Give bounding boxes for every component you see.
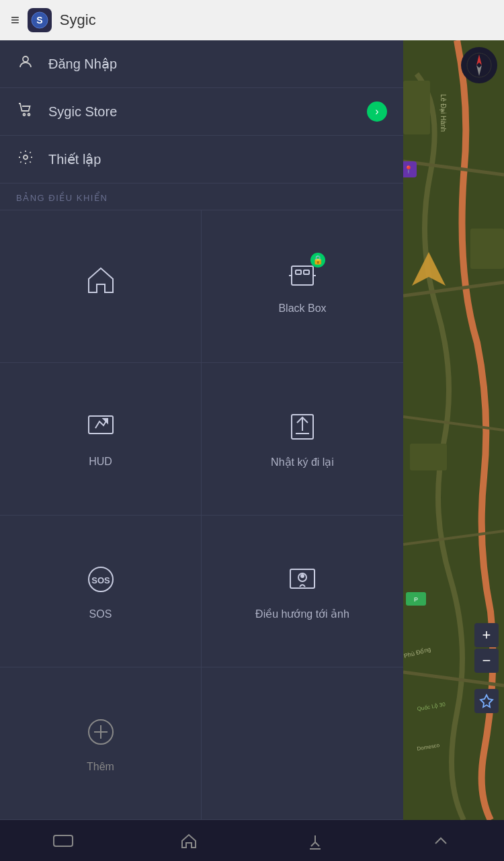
- svg-rect-30: [403, 81, 430, 134]
- blackbox-label: Black Box: [278, 302, 326, 315]
- dashboard-sos[interactable]: SOS SOS: [0, 516, 202, 668]
- more-label: Thêm: [87, 761, 114, 773]
- svg-text:P: P: [414, 596, 418, 603]
- photo-nav-label: Điều hướng tới ảnh: [255, 608, 349, 620]
- hud-icon: [83, 409, 118, 449]
- compass[interactable]: [461, 47, 497, 83]
- nav-back-button[interactable]: [43, 827, 83, 854]
- topbar: ≡ S Sygic: [0, 0, 504, 40]
- svg-point-20: [301, 575, 304, 577]
- dashboard-more[interactable]: Thêm: [0, 667, 202, 820]
- svg-point-4: [28, 114, 30, 116]
- dashboard-blackbox[interactable]: 🔒 Black Box: [202, 210, 403, 363]
- travel-log-label: Nhật ký đi lại: [271, 456, 334, 468]
- empty-cell: [202, 667, 403, 820]
- app-logo: S: [28, 8, 52, 32]
- home-icon: [83, 263, 118, 302]
- sos-icon: SOS: [83, 562, 118, 602]
- blackbox-icon-container: 🔒: [285, 258, 320, 296]
- svg-point-3: [24, 114, 26, 116]
- svg-rect-39: [54, 835, 73, 846]
- menu-settings-label: Thiết lập: [48, 151, 101, 167]
- svg-rect-31: [470, 229, 504, 269]
- dashboard-photo-nav[interactable]: Điều hướng tới ảnh: [202, 516, 403, 668]
- svg-rect-11: [89, 416, 113, 434]
- travel-log-icon: [285, 409, 320, 449]
- menu-item-login[interactable]: Đăng Nhập: [0, 40, 403, 88]
- bottom-nav: [0, 820, 504, 861]
- svg-rect-6: [292, 266, 313, 285]
- left-panel: Đăng Nhập Sygic Store › Thiết l: [0, 40, 403, 820]
- svg-rect-8: [304, 270, 309, 274]
- user-icon: [16, 54, 35, 74]
- dashboard-grid: 🔒 Black Box HUD: [0, 210, 403, 820]
- location-button[interactable]: [474, 689, 499, 713]
- svg-point-5: [24, 155, 28, 159]
- dashboard-hud[interactable]: HUD: [0, 363, 202, 516]
- gear-icon: [16, 149, 35, 169]
- menu-item-store[interactable]: Sygic Store ›: [0, 88, 403, 136]
- menu-login-label: Đăng Nhập: [48, 56, 117, 72]
- map-area[interactable]: 📍 P Điện Biên Phủ Lê Đại Hành Phù Đổng Q…: [403, 40, 504, 861]
- map-label-green: P: [406, 592, 426, 606]
- nav-up-button[interactable]: [421, 827, 461, 854]
- blackbox-lock-badge: 🔒: [310, 253, 325, 268]
- menu-item-settings[interactable]: Thiết lập: [0, 136, 403, 183]
- dashboard-home[interactable]: [0, 210, 202, 363]
- nav-arrow: [409, 249, 449, 292]
- sos-label: SOS: [89, 608, 112, 620]
- app-title: Sygic: [60, 11, 96, 29]
- svg-text:S: S: [36, 15, 42, 26]
- store-badge: ›: [367, 101, 387, 122]
- zoom-controls: + −: [474, 623, 499, 673]
- photo-nav-icon: [285, 561, 320, 601]
- svg-marker-36: [412, 252, 446, 286]
- section-label-dashboard: BẢNG ĐIỀU KHIỂN: [0, 183, 403, 210]
- nav-recent-button[interactable]: [295, 827, 335, 854]
- hud-label: HUD: [89, 456, 112, 468]
- zoom-out-button[interactable]: −: [474, 649, 499, 673]
- svg-rect-32: [410, 444, 447, 470]
- more-icon: [83, 714, 118, 754]
- map-pin-purple: 📍: [403, 161, 417, 177]
- svg-point-2: [23, 56, 28, 62]
- svg-rect-7: [296, 270, 301, 274]
- dashboard-travel-log[interactable]: Nhật ký đi lại: [202, 363, 403, 516]
- cart-icon: [16, 101, 35, 122]
- zoom-in-button[interactable]: +: [474, 623, 499, 647]
- svg-text:SOS: SOS: [91, 575, 110, 585]
- map-background: 📍 P Điện Biên Phủ Lê Đại Hành Phù Đổng Q…: [403, 40, 504, 861]
- menu-icon[interactable]: ≡: [11, 11, 19, 29]
- menu-store-label: Sygic Store: [48, 104, 117, 120]
- nav-home-button[interactable]: [169, 827, 209, 854]
- main-layout: Đăng Nhập Sygic Store › Thiết l: [0, 40, 504, 861]
